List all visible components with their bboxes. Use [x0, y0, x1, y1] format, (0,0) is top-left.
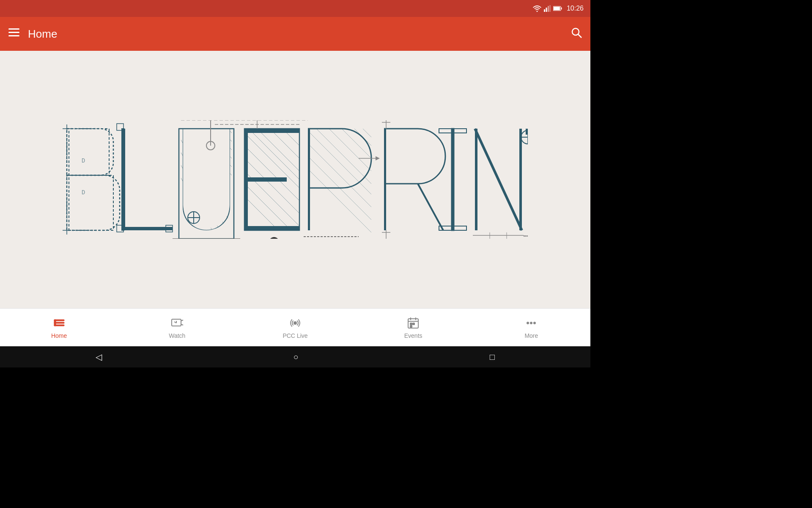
svg-rect-9: [8, 32, 19, 33]
svg-rect-14: [67, 129, 109, 175]
svg-rect-8: [8, 28, 19, 30]
svg-rect-137: [413, 323, 414, 325]
status-icons: 10:26: [533, 5, 584, 12]
svg-rect-88: [519, 129, 522, 230]
wifi-icon: [533, 5, 541, 12]
app-bar: Home: [0, 17, 590, 51]
svg-line-50: [240, 154, 304, 218]
nav-item-more[interactable]: More: [472, 316, 590, 339]
nav-label-watch: Watch: [169, 332, 185, 339]
broadcast-icon: [288, 316, 302, 330]
time-display: 10:26: [567, 5, 584, 12]
android-nav: ◁ ○ □: [0, 346, 590, 367]
svg-rect-2: [546, 8, 547, 12]
status-bar: 10:26: [0, 0, 590, 17]
svg-rect-98: [527, 235, 528, 237]
svg-line-49: [240, 141, 304, 205]
letter-E: [215, 120, 304, 239]
blueprint-svg: D D: [63, 120, 528, 239]
svg-line-74: [363, 129, 371, 137]
svg-rect-7: [561, 8, 562, 10]
home-icon: [52, 316, 66, 330]
svg-point-140: [530, 322, 532, 324]
svg-point-141: [533, 322, 536, 324]
letter-R: [382, 120, 445, 239]
svg-line-71: [329, 129, 371, 171]
battery-icon: [553, 6, 562, 11]
search-icon[interactable]: [571, 27, 582, 41]
svg-point-139: [527, 322, 529, 324]
svg-line-48: [240, 129, 304, 192]
svg-line-30: [177, 146, 240, 239]
letter-N: [473, 129, 528, 239]
svg-rect-97: [525, 235, 527, 237]
menu-lines-icon: [8, 28, 19, 37]
letter-B: D D: [63, 124, 120, 235]
svg-rect-111: [526, 129, 528, 135]
svg-line-73: [354, 129, 371, 146]
svg-line-34: [189, 124, 240, 175]
svg-line-53: [240, 192, 304, 239]
bottom-nav: Home Watch PCC Live: [0, 308, 590, 346]
svg-rect-62: [244, 226, 299, 230]
nav-item-pcc-live[interactable]: PCC Live: [236, 316, 354, 339]
svg-point-120: [269, 237, 279, 239]
svg-line-68: [310, 158, 371, 220]
svg-line-12: [578, 34, 582, 38]
hamburger-icon[interactable]: [8, 28, 19, 39]
svg-line-54: [244, 124, 304, 184]
blueprint-logo: D D: [63, 116, 528, 243]
letter-P: [304, 129, 380, 237]
letter-U: [173, 120, 240, 239]
home-button[interactable]: ○: [293, 352, 298, 362]
svg-rect-6: [554, 7, 560, 10]
svg-rect-78: [384, 129, 386, 230]
more-icon: [524, 316, 538, 330]
nav-label-pcc-live: PCC Live: [283, 332, 307, 339]
svg-point-0: [536, 11, 538, 12]
app-bar-left: Home: [8, 28, 57, 41]
svg-rect-24: [122, 227, 173, 230]
back-button[interactable]: ◁: [96, 352, 102, 362]
watch-icon: [170, 316, 184, 330]
svg-rect-3: [548, 6, 549, 12]
svg-rect-65: [308, 129, 310, 230]
svg-text:D: D: [82, 189, 85, 196]
svg-line-32: [177, 171, 240, 239]
events-icon: [406, 316, 420, 330]
svg-point-11: [572, 28, 579, 35]
recents-button[interactable]: □: [490, 352, 495, 362]
search-svg: [571, 27, 582, 38]
svg-line-67: [310, 146, 371, 207]
svg-line-38: [223, 124, 240, 141]
svg-rect-96: [524, 235, 525, 237]
svg-rect-136: [410, 323, 412, 325]
svg-rect-87: [475, 129, 477, 230]
signal-icon: [544, 5, 551, 12]
nav-label-more: More: [524, 332, 538, 339]
svg-rect-61: [244, 177, 287, 182]
svg-line-89: [475, 129, 522, 230]
page-title: Home: [28, 28, 57, 41]
svg-text:D: D: [82, 157, 85, 164]
svg-rect-4: [549, 5, 551, 12]
nav-item-events[interactable]: Events: [354, 316, 472, 339]
nav-label-events: Events: [404, 332, 422, 339]
svg-rect-60: [244, 129, 299, 133]
letter-L: [117, 124, 173, 232]
svg-rect-15: [67, 175, 113, 230]
nav-item-watch[interactable]: Watch: [118, 316, 236, 339]
svg-line-66: [310, 133, 371, 194]
svg-point-131: [294, 321, 297, 325]
nav-label-home: Home: [51, 332, 67, 339]
svg-line-51: [240, 167, 304, 230]
svg-rect-1: [544, 9, 545, 12]
nav-item-home[interactable]: Home: [0, 316, 118, 339]
svg-rect-138: [410, 326, 412, 327]
svg-rect-10: [8, 35, 19, 36]
svg-rect-125: [54, 320, 56, 326]
main-content: D D: [0, 51, 590, 308]
svg-line-31: [177, 158, 240, 239]
svg-marker-76: [376, 156, 380, 160]
